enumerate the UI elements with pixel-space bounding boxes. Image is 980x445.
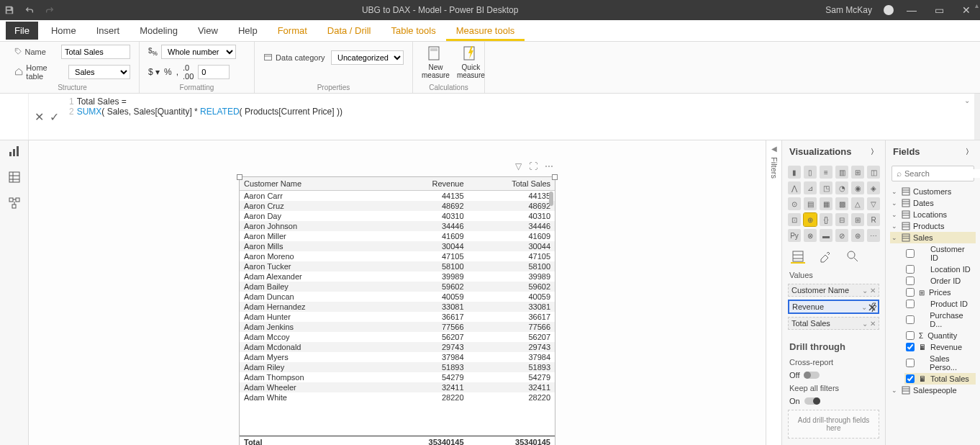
table-row[interactable]: Aaron Miller4160941609 [240,231,555,241]
col-header[interactable]: Revenue [381,177,468,191]
viz-type-icon[interactable]: ◔ [835,181,848,194]
viz-type-icon[interactable]: ▯ [804,166,817,179]
viz-type-icon[interactable]: ⊡ [788,213,801,226]
table-row[interactable]: Aaron Mills3004430044 [240,241,555,251]
table-row[interactable]: Adam Hernandez3308133081 [240,302,555,312]
report-view-icon[interactable] [8,145,21,158]
table-row[interactable]: Adam Bailey5960259602 [240,282,555,292]
viz-type-icon[interactable]: ⊗ [804,229,817,242]
fields-collapse-icon[interactable]: 〉 [966,147,973,157]
table-row[interactable]: Adam Riley5189351893 [240,362,555,372]
field-node[interactable]: Sales Perso... [904,353,976,373]
field-node[interactable]: Purchase D... [904,310,976,330]
table-row[interactable]: Aaron Cruz4869248692 [240,201,555,211]
viz-type-icon[interactable]: ▦ [820,197,832,210]
tab-datadrill[interactable]: Data / Drill [317,21,381,40]
model-view-icon[interactable] [8,197,21,210]
data-view-icon[interactable] [8,171,21,184]
report-canvas[interactable]: ▽ ⛶ ⋯ Customer Name Revenue Total Sales … [29,140,766,445]
undo-icon[interactable] [24,5,35,15]
format-select[interactable]: Whole number [161,45,236,59]
datacat-select[interactable]: Uncategorized [331,50,404,65]
viz-collapse-icon[interactable]: 〉 [871,147,878,157]
resize-handle[interactable] [237,174,242,180]
save-icon[interactable] [4,5,14,15]
hometable-select[interactable]: Sales [68,65,130,79]
tab-tabletools[interactable]: Table tools [381,21,445,40]
field-checkbox[interactable] [906,374,915,383]
table-row[interactable]: Adam Wheeler3241132411 [240,382,555,392]
viz-type-icon[interactable]: ▥ [835,166,848,179]
viz-type-icon[interactable]: ⊙ [788,197,801,210]
fields-search[interactable]: ⌕ [891,166,974,181]
field-checkbox[interactable] [906,359,915,367]
decimal-button[interactable]: .0.00 [183,63,194,81]
field-checkbox[interactable] [906,343,915,351]
field-checkbox[interactable] [906,288,915,297]
table-node[interactable]: ⌄Locations [890,209,976,220]
viz-type-icon[interactable]: ⊞ [851,166,864,179]
viz-type-icon[interactable]: ◈ [867,181,880,194]
field-node[interactable]: 🖩Revenue [904,341,976,353]
tab-help[interactable]: Help [228,21,268,40]
table-row[interactable]: Aaron Carr4413544135 [240,191,555,201]
percent-button[interactable]: % [164,67,172,77]
table-row[interactable]: Aaron Johnson3444634446 [240,221,555,231]
table-row[interactable]: Adam Hunter3661736617 [240,312,555,322]
col-header[interactable]: Customer Name [240,177,381,191]
new-measure-button[interactable]: New measure [422,45,450,79]
table-row[interactable]: Adam Mccoy5620756207 [240,332,555,342]
viz-type-icon[interactable]: ≡ [820,166,832,179]
table-row[interactable]: Adam Thompson5427954279 [240,372,555,382]
col-header[interactable]: Total Sales [468,177,555,191]
formula-expand-icon[interactable]: ⌄ [964,96,970,104]
chevron-down-icon[interactable]: ⌄ [862,287,868,295]
quick-measure-button[interactable]: Quick measure [457,45,485,79]
tab-measuretools[interactable]: Measure tools [446,21,525,41]
table-node[interactable]: ⌄Products [890,220,976,232]
table-row[interactable]: Adam Alexander3998939989 [240,271,555,282]
table-row[interactable]: Aaron Day4031040310 [240,211,555,221]
currency-button[interactable]: $ ▾ [148,67,160,77]
tab-modeling[interactable]: Modeling [130,21,188,40]
user-name[interactable]: Sam McKay [825,5,872,15]
fields-tab-icon[interactable] [791,249,805,264]
table-row[interactable]: Aaron Tucker5810058100 [240,261,555,271]
remove-icon[interactable]: ✕ [870,287,876,295]
viz-type-icon[interactable]: {} [820,213,832,226]
viz-type-icon[interactable]: ▤ [804,197,817,210]
table-visual[interactable]: ▽ ⛶ ⋯ Customer Name Revenue Total Sales … [239,176,555,445]
viz-type-icon[interactable]: ▩ [835,197,848,210]
field-node[interactable]: 🖩Total Sales [904,373,976,385]
viz-type-icon[interactable]: △ [851,197,864,210]
tab-insert[interactable]: Insert [86,21,130,40]
table-row[interactable]: Aaron Moreno4710547105 [240,251,555,261]
chevron-down-icon[interactable]: ⌄ [861,303,867,311]
viz-type-icon[interactable]: ⊟ [835,213,848,226]
table-row[interactable]: Adam Mcdonald2974329743 [240,342,555,352]
field-node[interactable]: ΣQuantity [904,330,976,341]
viz-type-icon[interactable]: ⊘ [835,229,848,242]
table-row[interactable]: Adam Jenkins7756677566 [240,322,555,332]
viz-type-icon[interactable]: ⊕ [804,213,817,226]
viz-type-icon[interactable]: ⊞ [851,213,864,226]
drill-dropzone[interactable]: Add drill-through fields here [788,410,879,439]
field-node[interactable]: Order ID [904,275,976,287]
field-node[interactable]: Location ID [904,264,976,275]
table-row[interactable]: Adam White2822028220 [240,392,555,403]
viz-type-icon[interactable]: ⋯ [867,229,880,242]
field-checkbox[interactable] [906,249,915,258]
name-input[interactable] [61,45,130,59]
keepfilters-toggle[interactable]: On [782,395,885,407]
formula-input[interactable]: 1Total Sales = 2SUMX( Sales, Sales[Quant… [65,94,974,140]
viz-type-icon[interactable]: ▬ [820,229,832,242]
table-node[interactable]: ⌄Sales [890,232,976,243]
viz-type-icon[interactable]: ◉ [851,181,864,194]
viz-type-icon[interactable]: ▮ [788,166,801,179]
close-button[interactable]: ✕ [957,4,976,16]
tab-home[interactable]: Home [41,21,86,40]
search-input[interactable] [904,169,980,178]
viz-type-icon[interactable]: ⋀ [788,181,801,194]
table-node[interactable]: ⌄Salespeople [890,385,976,396]
well-total-sales[interactable]: Total Sales⌄✕ [788,317,879,330]
